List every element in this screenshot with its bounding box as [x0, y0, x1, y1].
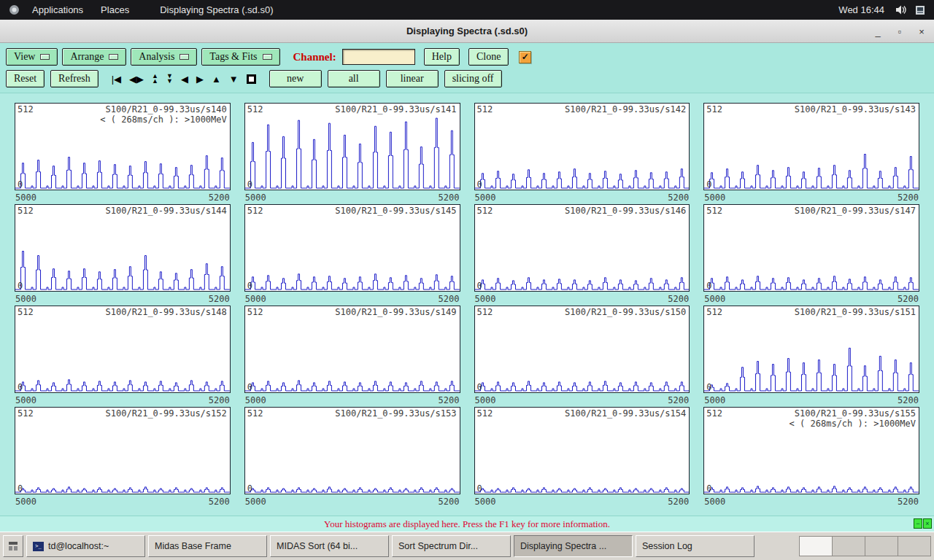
channel-input[interactable] — [342, 49, 415, 65]
histogram-trace — [15, 306, 230, 392]
spectrum-plot[interactable]: 5120S100/R21_0-99.33us/s142 — [474, 103, 690, 190]
taskbar-item[interactable]: Displaying Spectra ... — [514, 535, 633, 557]
help-button[interactable]: Help — [424, 48, 460, 66]
workspace-1[interactable] — [799, 536, 833, 556]
menu-tags-fits[interactable]: Tags & Fits — [201, 48, 279, 66]
channel-label: Channel: — [293, 51, 336, 63]
x-min-label: 5000 — [15, 497, 36, 507]
window-list-button[interactable] — [3, 535, 23, 557]
spectrum-plot[interactable]: 5120S100/R21_0-99.33us/s147 — [703, 204, 919, 292]
workspace-3[interactable] — [865, 536, 898, 556]
x-min-label: 5000 — [15, 395, 36, 405]
spectrum-plot[interactable]: 5120S100/R21_0-99.33us/s150 — [474, 306, 690, 393]
x-min-label: 5000 — [704, 294, 725, 304]
spectrum-plot[interactable]: 5120S100/R21_0-99.33us/s154 — [474, 407, 690, 494]
spectrum-cell: 5120S100/R21_0-99.33us/s15450005200 — [474, 407, 690, 508]
active-window-entry[interactable]: Displaying Spectra (.sd.s0) — [154, 4, 279, 15]
histogram-trace — [245, 205, 460, 291]
spectrum-title: S100/R21_0-99.33us/s145 — [335, 206, 456, 216]
x-axis-labels: 50005200 — [474, 292, 690, 306]
refresh-button[interactable]: Refresh — [50, 70, 99, 88]
places-menu[interactable]: Places — [95, 4, 135, 15]
taskbar: >_td@localhost:~Midas Base FrameMIDAS So… — [0, 532, 934, 560]
slicing-checkbox[interactable]: ✓ — [519, 51, 531, 63]
x-max-label: 5200 — [209, 497, 230, 507]
workspace-4[interactable] — [898, 536, 931, 556]
spectrum-plot[interactable]: 5120S100/R21_0-99.33us/s148 — [15, 306, 231, 393]
spectrum-title: S100/R21_0-99.33us/s152 — [106, 408, 227, 419]
x-axis-labels: 50005200 — [703, 494, 919, 508]
spectrum-cell: 5120S100/R21_0-99.33us/s14450005200 — [15, 204, 231, 306]
y-max-label: 512 — [247, 408, 263, 419]
expand-horizontal-icon[interactable]: ◀▶ — [129, 74, 144, 84]
histogram-trace — [475, 104, 690, 190]
toolbar-row-1: ViewArrangeAnalysisTags & Fits Channel: … — [6, 46, 928, 68]
histogram-trace — [704, 306, 919, 392]
fast-down-icon[interactable]: ▼▼ — [166, 74, 173, 84]
y-max-label: 512 — [477, 307, 493, 317]
spectrum-plot[interactable]: 5120S100/R21_0-99.33us/s143 — [703, 103, 919, 190]
terminal-icon: >_ — [33, 542, 44, 551]
maximize-button[interactable]: ▫ — [895, 26, 905, 37]
spectrum-plot[interactable]: 5120S100/R21_0-99.33us/s151 — [703, 306, 919, 393]
spectrum-plot[interactable]: 5120S100/R21_0-99.33us/s152 — [15, 407, 231, 494]
applications-menu[interactable]: Applications — [26, 4, 89, 15]
spectrum-plot[interactable]: 5120S100/R21_0-99.33us/s155< ( 268ms/ch … — [703, 407, 919, 494]
menu-bar: ViewArrangeAnalysisTags & Fits — [6, 48, 280, 66]
menu-arrange[interactable]: Arrange — [62, 48, 126, 66]
taskbar-item[interactable]: Midas Base Frame — [148, 535, 267, 557]
spectrum-plot[interactable]: 5120S100/R21_0-99.33us/s146 — [474, 204, 690, 292]
x-max-label: 5200 — [898, 294, 919, 304]
clone-button[interactable]: Clone — [468, 48, 509, 66]
spectrum-plot[interactable]: 5120S100/R21_0-99.33us/s149 — [244, 306, 460, 393]
slicing-off-button[interactable]: slicing off — [444, 70, 502, 88]
spectrum-title: S100/R21_0-99.33us/s151 — [795, 307, 916, 317]
x-min-label: 5000 — [245, 294, 266, 304]
scroll-up-icon[interactable]: ▲ — [212, 74, 221, 84]
x-max-label: 5200 — [209, 395, 230, 405]
taskbar-item[interactable]: >_td@localhost:~ — [26, 535, 145, 557]
spectrum-cell: 5120S100/R21_0-99.33us/s15150005200 — [703, 306, 919, 407]
task-label: Sort Spectrum Dir... — [398, 541, 478, 551]
menu-indicator-icon — [180, 54, 189, 60]
scroll-right-icon[interactable]: ▶ — [196, 74, 204, 84]
histogram-trace — [475, 306, 690, 392]
workspace-2[interactable] — [832, 536, 865, 556]
menu-analysis[interactable]: Analysis — [131, 48, 197, 66]
menu-indicator-icon — [109, 54, 118, 60]
new-button[interactable]: new — [269, 70, 322, 88]
minimize-button[interactable]: _ — [873, 26, 883, 37]
x-axis-labels: 50005200 — [244, 190, 460, 204]
reset-button[interactable]: Reset — [6, 70, 45, 88]
volume-icon[interactable] — [895, 4, 908, 16]
taskbar-item[interactable]: Session Log — [636, 535, 754, 557]
histogram-trace — [245, 306, 460, 392]
workspace-switcher — [800, 536, 931, 556]
close-button[interactable]: × — [916, 26, 927, 37]
statusbar-minimize-button[interactable]: − — [914, 518, 922, 529]
fast-up-icon[interactable]: ▲▲ — [152, 74, 158, 84]
taskbar-item[interactable]: MIDAS Sort (64 bi... — [270, 535, 389, 557]
check-icon: ✓ — [522, 52, 529, 62]
scroll-left-icon[interactable]: ◀ — [181, 74, 188, 84]
spectrum-plot[interactable]: 5120S100/R21_0-99.33us/s145 — [244, 204, 460, 292]
scroll-down-icon[interactable]: ▼ — [229, 74, 239, 84]
spectrum-plot[interactable]: 5120S100/R21_0-99.33us/s144 — [15, 204, 231, 292]
linear-button[interactable]: linear — [386, 70, 439, 88]
window-title-bar[interactable]: Displaying Spectra (.sd.s0) _▫× — [0, 20, 934, 43]
spectrum-plot[interactable]: 5120S100/R21_0-99.33us/s153 — [244, 407, 460, 494]
panel-indicator-icon[interactable] — [914, 4, 927, 16]
x-min-label: 5000 — [245, 192, 266, 203]
menu-label: Arrange — [70, 51, 104, 63]
stop-square-icon[interactable] — [247, 74, 256, 84]
statusbar-close-button[interactable]: × — [923, 518, 932, 529]
spectrum-plot[interactable]: 5120S100/R21_0-99.33us/s141 — [244, 103, 460, 190]
go-first-icon[interactable]: |◀ — [112, 74, 121, 84]
spectrum-title: S100/R21_0-99.33us/s155 — [795, 408, 916, 419]
task-label: Midas Base Frame — [155, 541, 231, 551]
all-button[interactable]: all — [328, 70, 380, 88]
window-controls: _▫× — [873, 20, 927, 43]
menu-view[interactable]: View — [6, 48, 58, 66]
taskbar-item[interactable]: Sort Spectrum Dir... — [392, 535, 511, 557]
spectrum-plot[interactable]: 5120S100/R21_0-99.33us/s140< ( 268ms/ch … — [15, 103, 231, 190]
